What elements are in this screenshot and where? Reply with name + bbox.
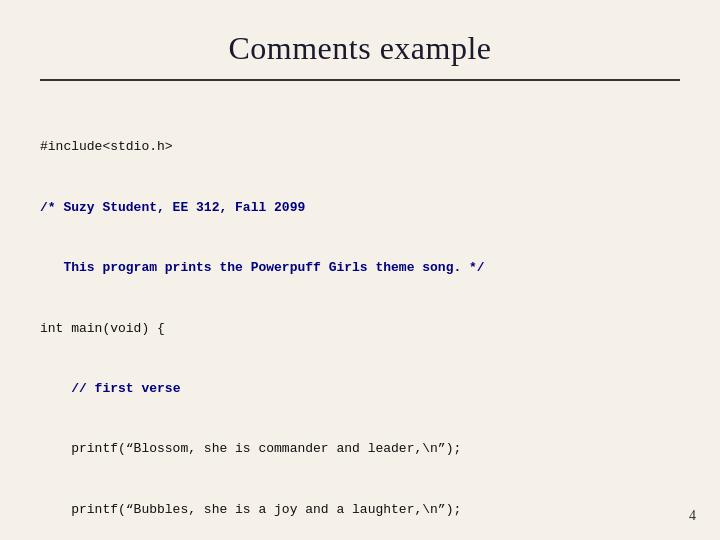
code-line-6: printf(“Blossom, she is commander and le…: [40, 439, 680, 459]
code-line-5: // first verse: [40, 379, 680, 399]
slide-title: Comments example: [40, 30, 680, 67]
code-line-4: int main(void) {: [40, 319, 680, 339]
code-block: #include<stdio.h> /* Suzy Student, EE 31…: [40, 97, 680, 540]
code-line-1: #include<stdio.h>: [40, 137, 680, 157]
code-line-3: This program prints the Powerpuff Girls …: [40, 258, 680, 278]
page-number: 4: [689, 508, 696, 524]
code-line-7: printf(“Bubbles, she is a joy and a laug…: [40, 500, 680, 520]
title-divider: [40, 79, 680, 81]
slide: Comments example #include<stdio.h> /* Su…: [0, 0, 720, 540]
code-line-2: /* Suzy Student, EE 312, Fall 2099: [40, 198, 680, 218]
